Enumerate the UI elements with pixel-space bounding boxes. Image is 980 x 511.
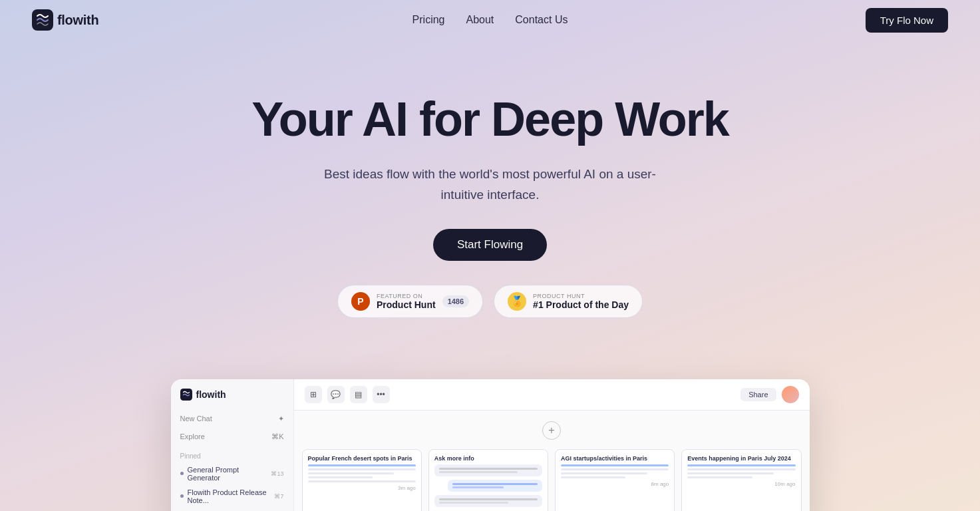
nav-contact[interactable]: Contact Us xyxy=(515,14,568,26)
card-2-title: AGI startups/activities in Paris xyxy=(561,455,669,462)
navbar: flowith Pricing About Contact Us Try Flo… xyxy=(0,0,980,40)
sidebar-pinned-item-1[interactable]: Flowith Product Release Note... ⌘7 xyxy=(171,485,293,508)
card-3-meta: 10m ago xyxy=(687,481,795,487)
chat-bubble-0 xyxy=(434,464,542,476)
hero-section: Your AI for Deep Work Best ideas flow wi… xyxy=(0,40,980,345)
card-1-title: Ask more info xyxy=(434,455,542,462)
product-hunt-badge-content: FEATURED ON Product Hunt xyxy=(377,293,436,310)
user-avatar xyxy=(782,386,799,403)
pinned-item-label-0: General Prompt Generator xyxy=(188,466,271,482)
canvas-card-2: AGI startups/activities in Paris 8m ago xyxy=(555,449,675,511)
app-main: ⊞ 💬 ▤ ••• Share + Popular French desert … xyxy=(294,379,810,511)
nav-links: Pricing About Contact Us xyxy=(412,14,568,26)
trophy-icon: 🏅 xyxy=(508,292,526,311)
chat-bubble-1 xyxy=(448,480,542,492)
card-2-meta: 8m ago xyxy=(561,481,669,487)
card-0-title: Popular French desert spots in Paris xyxy=(308,455,416,462)
ph-count: 1486 xyxy=(442,295,469,307)
product-day-badge-content: PRODUCT HUNT #1 Product of the Day xyxy=(533,293,629,310)
app-sidebar: flowith New Chat ✦ Explore ⌘K Pinned Gen… xyxy=(171,379,294,511)
app-toolbar: ⊞ 💬 ▤ ••• Share xyxy=(294,379,810,411)
shortcut-0: ⌘13 xyxy=(271,470,283,477)
hero-subtitle: Best ideas flow with the world's most po… xyxy=(311,164,670,205)
sidebar-pinned-item-0[interactable]: General Prompt Generator ⌘13 xyxy=(171,462,293,485)
hero-title: Your AI for Deep Work xyxy=(27,93,953,146)
logo[interactable]: flowith xyxy=(32,9,98,31)
start-flowing-button[interactable]: Start Flowing xyxy=(433,229,547,261)
canvas-card-1: Ask more info 5m ago xyxy=(428,449,548,511)
share-button[interactable]: Share xyxy=(740,388,776,401)
ph-featured-label: FEATURED ON xyxy=(377,293,436,299)
pinned-label: Pinned xyxy=(171,446,293,462)
app-preview: flowith New Chat ✦ Explore ⌘K Pinned Gen… xyxy=(171,379,810,511)
explore-btn[interactable]: Explore ⌘K xyxy=(171,428,293,446)
card-3-title: Events happening in Paris July 2024 xyxy=(687,455,795,462)
toolbar-layout-btn[interactable]: ▤ xyxy=(350,386,367,403)
item-dot xyxy=(180,494,184,498)
new-chat-label: New Chat xyxy=(180,415,212,423)
sidebar-logo-icon xyxy=(180,389,192,401)
product-hunt-icon: P xyxy=(351,292,370,311)
sidebar-logo-text: flowith xyxy=(196,389,226,400)
canvas-plus-area: + xyxy=(302,419,802,442)
sidebar-pinned-item-2[interactable]: Testing flowith AGI ⌘289 xyxy=(171,508,293,511)
app-canvas: + Popular French desert spots in Paris 3… xyxy=(294,411,810,511)
product-hunt-badge[interactable]: P FEATURED ON Product Hunt 1486 xyxy=(337,285,483,318)
pinned-item-label-1: Flowith Product Release Note... xyxy=(188,488,275,504)
logo-text: flowith xyxy=(57,13,98,28)
sidebar-logo: flowith xyxy=(171,389,293,410)
new-chat-btn[interactable]: New Chat ✦ xyxy=(171,410,293,428)
badges-container: P FEATURED ON Product Hunt 1486 🏅 PRODUC… xyxy=(27,285,953,318)
product-day-badge[interactable]: 🏅 PRODUCT HUNT #1 Product of the Day xyxy=(494,285,643,318)
nav-about[interactable]: About xyxy=(466,14,494,26)
add-node-button[interactable]: + xyxy=(542,421,561,440)
toolbar-chat-btn[interactable]: 💬 xyxy=(327,386,345,403)
toolbar-more-btn[interactable]: ••• xyxy=(373,386,390,403)
product-day-small-label: PRODUCT HUNT xyxy=(533,293,629,299)
app-preview-wrapper: flowith New Chat ✦ Explore ⌘K Pinned Gen… xyxy=(0,358,980,511)
card-link-0 xyxy=(308,464,416,466)
card-0-meta: 3m ago xyxy=(308,485,416,491)
try-flo-now-button[interactable]: Try Flo Now xyxy=(866,8,948,33)
ph-main-label: Product Hunt xyxy=(377,299,436,310)
nav-pricing[interactable]: Pricing xyxy=(412,14,445,26)
canvas-card-3: Events happening in Paris July 2024 10m … xyxy=(681,449,801,511)
shortcut-1: ⌘7 xyxy=(274,493,283,500)
explore-label: Explore xyxy=(180,432,205,440)
flowith-logo-icon xyxy=(32,9,53,31)
item-dot xyxy=(180,472,184,475)
product-day-main-label: #1 Product of the Day xyxy=(533,299,629,310)
canvas-card-0: Popular French desert spots in Paris 3m … xyxy=(302,449,422,511)
chat-bubble-2 xyxy=(434,495,542,507)
toolbar-grid-btn[interactable]: ⊞ xyxy=(305,386,322,403)
